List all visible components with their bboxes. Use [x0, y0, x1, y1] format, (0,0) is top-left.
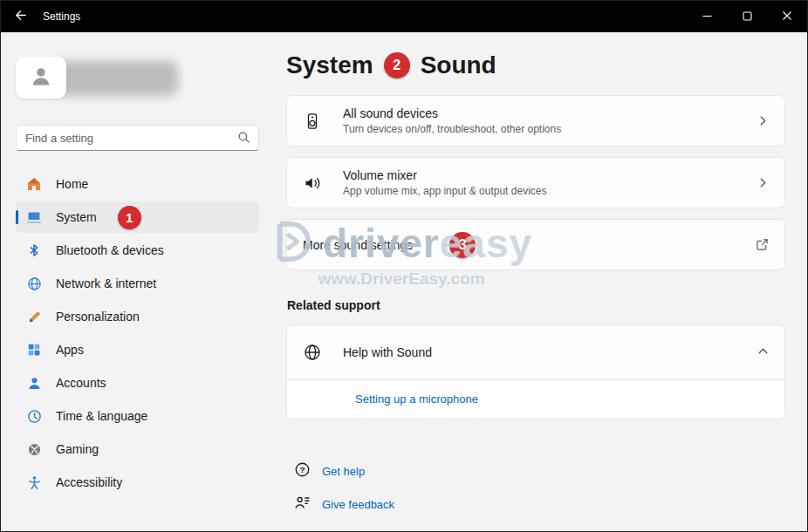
app-body: Home System 1 Bluetooth & devices	[1, 32, 807, 532]
help-expander-body: Setting up a microphone	[287, 379, 784, 419]
sidebar-item-label: Network & internet	[56, 276, 156, 290]
card-volume-mixer[interactable]: Volume mixer App volume mix, app input &…	[286, 157, 785, 208]
back-button[interactable]	[3, 1, 38, 32]
card-subtitle: App volume mix, app input & output devic…	[343, 185, 546, 197]
card-more-sound-settings[interactable]: More sound settings 3	[286, 219, 785, 270]
breadcrumb-current: Sound	[421, 50, 496, 81]
person-icon	[29, 64, 53, 92]
volume-mixer-icon	[303, 174, 322, 193]
sidebar-item-label: Gaming	[56, 442, 99, 456]
personalization-icon	[26, 309, 42, 324]
search-icon	[237, 131, 250, 147]
network-icon	[26, 276, 42, 291]
window-title: Settings	[43, 10, 80, 23]
sidebar-item-label: Accessibility	[56, 475, 122, 489]
sidebar-item-accessibility[interactable]: Accessibility	[16, 467, 259, 498]
get-help-link[interactable]: Get help	[322, 465, 365, 478]
sidebar-nav: Home System 1 Bluetooth & devices	[16, 168, 259, 498]
help-with-sound-card: Help with Sound Setting up a microphone	[286, 324, 785, 419]
chevron-up-icon	[757, 344, 769, 360]
sidebar-item-time-language[interactable]: Time & language	[16, 400, 259, 432]
sidebar-item-gaming[interactable]: Gaming	[16, 433, 259, 465]
sidebar-item-label: Home	[56, 177, 88, 191]
card-all-sound-devices[interactable]: All sound devices Turn devices on/off, t…	[286, 95, 785, 147]
svg-text:?: ?	[299, 465, 305, 474]
main-content: System 2 Sound All sound devices Turn de…	[271, 32, 807, 532]
get-help-row[interactable]: ? Get help	[286, 460, 785, 482]
chevron-right-icon	[757, 177, 769, 188]
maximize-icon	[743, 10, 752, 24]
step-badge-1: 1	[118, 206, 141, 229]
user-name-redacted	[54, 61, 178, 96]
maximize-button[interactable]	[727, 1, 767, 32]
card-text: All sound devices Turn devices on/off, t…	[343, 106, 561, 135]
support-footer: ? Get help Give feedback	[286, 460, 785, 515]
sidebar-item-home[interactable]: Home	[16, 168, 259, 200]
accounts-icon	[26, 375, 42, 391]
settings-window: Settings	[0, 0, 808, 532]
minimize-icon	[702, 10, 712, 24]
related-support-heading: Related support	[287, 298, 785, 312]
back-icon	[14, 9, 27, 24]
step-badge-2: 2	[384, 52, 410, 78]
system-icon	[26, 209, 42, 225]
time-icon	[26, 408, 42, 424]
sidebar-item-label: System	[56, 210, 97, 224]
sidebar-item-apps[interactable]: Apps	[16, 334, 259, 365]
accessibility-icon	[26, 474, 42, 490]
search-box	[16, 125, 259, 151]
sidebar-item-label: Bluetooth & devices	[56, 243, 164, 257]
sidebar-item-label: Apps	[56, 343, 84, 357]
sidebar-item-bluetooth-devices[interactable]: Bluetooth & devices	[16, 235, 259, 266]
sidebar-item-accounts[interactable]: Accounts	[16, 367, 259, 399]
card-title: All sound devices	[343, 106, 561, 120]
close-icon	[782, 10, 792, 24]
sound-devices-icon	[303, 112, 322, 131]
bluetooth-icon	[26, 242, 42, 258]
breadcrumb-parent[interactable]: System	[286, 50, 373, 81]
sidebar-item-label: Time & language	[56, 409, 147, 423]
card-subtitle: Turn devices on/off, troubleshoot, other…	[343, 123, 561, 135]
help-card-title: Help with Sound	[343, 345, 432, 359]
avatar	[16, 57, 66, 99]
feedback-icon	[294, 494, 311, 515]
card-title: More sound settings	[303, 238, 413, 252]
gaming-icon	[26, 441, 42, 457]
minimize-button[interactable]	[687, 1, 727, 32]
help-expander-header[interactable]: Help with Sound	[287, 325, 784, 379]
step-badge-3: 3	[449, 232, 476, 258]
selection-accent-bar	[16, 210, 18, 224]
sidebar-item-system[interactable]: System 1	[16, 201, 259, 233]
user-profile[interactable]	[16, 57, 259, 106]
apps-icon	[26, 342, 42, 358]
chevron-right-icon	[757, 115, 769, 126]
window-controls	[687, 1, 807, 32]
external-link-icon	[756, 238, 769, 251]
give-feedback-row[interactable]: Give feedback	[286, 493, 785, 515]
sidebar-item-personalization[interactable]: Personalization	[16, 301, 259, 332]
home-icon	[26, 176, 42, 192]
sidebar: Home System 1 Bluetooth & devices	[1, 32, 271, 532]
search-input[interactable]	[16, 125, 259, 151]
get-help-icon: ?	[294, 461, 311, 481]
card-title: Volume mixer	[343, 168, 546, 182]
sidebar-item-label: Accounts	[56, 376, 106, 390]
close-button[interactable]	[767, 1, 807, 32]
sidebar-item-network-internet[interactable]: Network & internet	[16, 268, 259, 299]
sidebar-item-label: Personalization	[56, 310, 140, 324]
page-title: System 2 Sound	[286, 50, 785, 81]
card-text: Volume mixer App volume mix, app input &…	[343, 168, 546, 197]
help-globe-icon	[303, 343, 322, 362]
setting-up-a-microphone-link[interactable]: Setting up a microphone	[355, 392, 478, 406]
titlebar: Settings	[1, 1, 807, 32]
give-feedback-link[interactable]: Give feedback	[322, 498, 394, 511]
